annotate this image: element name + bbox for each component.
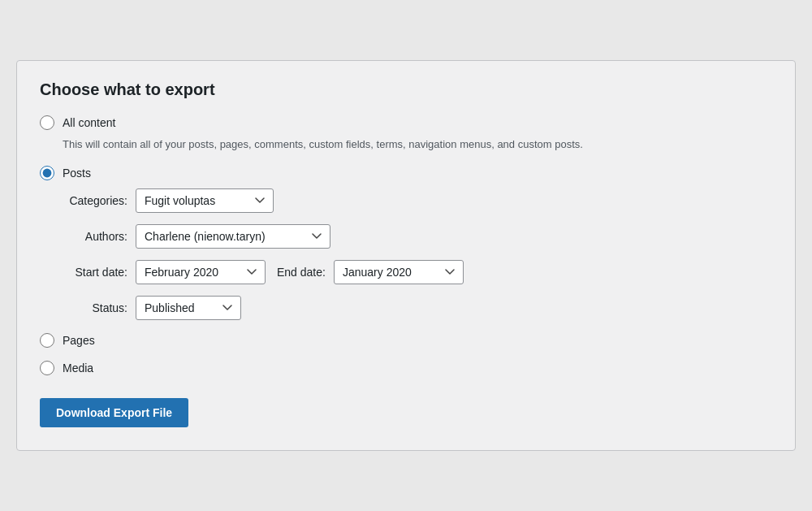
all-content-radio[interactable] — [40, 115, 54, 130]
status-row: Status: Published Draft Pending Private — [63, 296, 772, 320]
authors-label: Authors: — [63, 230, 127, 243]
all-content-help: This will contain all of your posts, pag… — [63, 136, 772, 153]
categories-label: Categories: — [63, 194, 127, 207]
page-title: Choose what to export — [40, 80, 772, 99]
date-row: Start date: February 2020 January 2020 M… — [63, 260, 772, 284]
status-label: Status: — [63, 301, 127, 314]
end-date-select[interactable]: January 2020 February 2020 March 2020 — [334, 260, 464, 284]
start-date-select[interactable]: February 2020 January 2020 March 2020 — [136, 260, 266, 284]
posts-option: Posts Categories: Fugit voluptas All Cat… — [40, 166, 772, 320]
categories-row: Categories: Fugit voluptas All Categorie… — [63, 188, 772, 213]
pages-option: Pages — [40, 333, 772, 348]
posts-sub-options: Categories: Fugit voluptas All Categorie… — [63, 188, 772, 320]
pages-radio[interactable] — [40, 333, 54, 348]
start-date-label: Start date: — [63, 266, 127, 279]
authors-row: Authors: Charlene (nienow.taryn) All Aut… — [63, 224, 772, 249]
media-label[interactable]: Media — [63, 362, 93, 375]
posts-label[interactable]: Posts — [63, 167, 91, 180]
export-card: Choose what to export All content This w… — [16, 60, 796, 451]
authors-select[interactable]: Charlene (nienow.taryn) All Authors — [136, 224, 330, 249]
all-content-option: All content This will contain all of you… — [40, 115, 772, 153]
media-option: Media — [40, 361, 772, 375]
categories-select[interactable]: Fugit voluptas All Categories — [136, 188, 274, 213]
media-radio[interactable] — [40, 361, 54, 375]
pages-label[interactable]: Pages — [63, 334, 95, 347]
posts-radio[interactable] — [40, 166, 54, 180]
all-content-label[interactable]: All content — [63, 116, 115, 129]
end-date-label: End date: — [277, 266, 326, 279]
status-select[interactable]: Published Draft Pending Private — [136, 296, 241, 320]
download-export-button[interactable]: Download Export File — [40, 398, 188, 427]
